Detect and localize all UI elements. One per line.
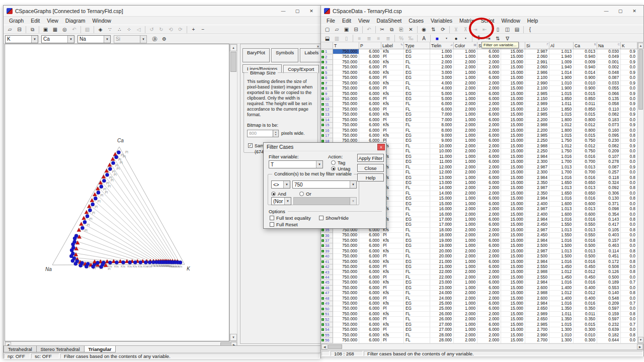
table-cell[interactable]: 2.984 bbox=[525, 280, 549, 285]
table-cell[interactable]: 11.000 bbox=[430, 159, 454, 164]
panel-close-icon[interactable]: ✕ bbox=[316, 45, 319, 49]
diagram-properties-icon[interactable]: ⚙ bbox=[160, 35, 169, 43]
menu-view[interactable]: View bbox=[43, 17, 62, 24]
row-header[interactable]: 9 bbox=[321, 92, 333, 97]
table-cell[interactable]: 2.000 bbox=[454, 296, 477, 301]
color-dropdown[interactable]: ■ bbox=[433, 34, 441, 42]
case-tag-icon[interactable] bbox=[321, 313, 324, 315]
table-cell[interactable]: 0.8 bbox=[621, 217, 637, 222]
filter-funnel-icon[interactable]: ∇ bbox=[503, 34, 512, 42]
table-cell[interactable]: 6.000 bbox=[477, 264, 501, 269]
table-cell[interactable]: FL bbox=[404, 170, 430, 175]
table-cell[interactable]: 2.988 bbox=[525, 291, 549, 296]
case-tag-icon[interactable] bbox=[321, 318, 324, 321]
table-cell[interactable]: 1.000 bbox=[454, 238, 477, 243]
table-cell[interactable]: 0.9 bbox=[621, 123, 637, 128]
row-header[interactable]: 41 bbox=[321, 259, 333, 264]
row-header[interactable]: 48 bbox=[321, 296, 333, 301]
table-cell[interactable]: 3.000 bbox=[430, 75, 454, 80]
table-cell[interactable]: 6.000 bbox=[477, 259, 501, 264]
table-cell[interactable]: EG bbox=[404, 327, 430, 332]
table-cell[interactable]: FL bbox=[404, 212, 430, 217]
table-cell[interactable]: 6.000 bbox=[477, 280, 501, 285]
table-cell[interactable]: 2.700 bbox=[525, 338, 549, 343]
table-cell[interactable]: 15.000 bbox=[501, 107, 525, 112]
table-cell[interactable]: 0.350 bbox=[574, 317, 597, 322]
table-cell[interactable]: 2.000 bbox=[477, 291, 501, 296]
table-cell[interactable]: Pl bbox=[381, 54, 404, 59]
table-cell[interactable]: 0.0 bbox=[621, 75, 637, 80]
diamond-axes-icon[interactable]: ◈ bbox=[96, 26, 105, 34]
table-cell[interactable]: 15.000 bbox=[501, 54, 525, 59]
table-cell[interactable]: 0.143 bbox=[597, 217, 621, 222]
minimize-button[interactable]: — bbox=[599, 7, 613, 16]
table-cell[interactable]: 2.984 bbox=[525, 217, 549, 222]
table-cell[interactable]: 22.000 bbox=[430, 275, 454, 280]
column-header-type[interactable]: Type bbox=[404, 42, 430, 49]
table-cell[interactable]: 6.000 bbox=[359, 327, 381, 332]
table-cell[interactable]: 2.450 bbox=[525, 233, 549, 238]
table-cell[interactable]: FL bbox=[404, 123, 430, 128]
table-cell[interactable]: 2.000 bbox=[477, 170, 501, 175]
table-cell[interactable]: EG bbox=[404, 54, 430, 59]
maximize-button[interactable]: ▢ bbox=[290, 7, 304, 16]
table-cell[interactable]: 0.400 bbox=[574, 296, 597, 301]
table-cell[interactable]: 2.000 bbox=[454, 275, 477, 280]
row-header[interactable]: 50 bbox=[321, 306, 333, 311]
table-cell[interactable]: 0.073 bbox=[597, 123, 621, 128]
table-cell[interactable]: 15.000 bbox=[501, 159, 525, 164]
row-header[interactable]: 7 bbox=[321, 81, 333, 86]
table-cell[interactable]: Kfs bbox=[381, 70, 404, 75]
table-cell[interactable]: 15.000 bbox=[501, 138, 525, 143]
table-cell[interactable]: EG bbox=[404, 243, 430, 248]
table-cell[interactable]: 2.300 bbox=[525, 159, 549, 164]
table-cell[interactable]: 750.000 bbox=[333, 333, 359, 338]
row-header[interactable]: 10 bbox=[321, 97, 333, 102]
menu-view[interactable]: View bbox=[355, 17, 373, 24]
symbol-dropdown[interactable]: ● bbox=[452, 34, 460, 42]
table-cell[interactable]: 750.000 bbox=[333, 291, 359, 296]
table-cell[interactable]: 1.000 bbox=[454, 112, 477, 117]
data-titlebar[interactable]: CSpaceData - TernaryFld.csp — ▢ ✕ bbox=[321, 6, 643, 17]
table-cell[interactable]: 2.000 bbox=[454, 317, 477, 322]
table-cell[interactable]: 0.014 bbox=[574, 70, 597, 75]
table-cell[interactable]: 15.000 bbox=[501, 133, 525, 138]
table-cell[interactable]: 11.000 bbox=[430, 154, 454, 159]
case-tag-icon[interactable] bbox=[321, 119, 324, 121]
table-cell[interactable]: 0.013 bbox=[574, 165, 597, 170]
row-header[interactable]: 12 bbox=[321, 107, 333, 112]
case-tag-icon[interactable] bbox=[321, 302, 324, 305]
bitmap-icon[interactable]: ▣ bbox=[41, 26, 50, 34]
table-cell[interactable]: EG bbox=[404, 75, 430, 80]
table-cell[interactable]: 15.000 bbox=[430, 202, 454, 207]
table-cell[interactable]: 6.000 bbox=[477, 138, 501, 143]
scroll-up-icon[interactable]: ▲ bbox=[638, 43, 643, 49]
table-cell[interactable]: 6.000 bbox=[359, 86, 381, 91]
table-cell[interactable]: 15.000 bbox=[501, 102, 525, 107]
table-cell[interactable]: 1.000 bbox=[454, 196, 477, 201]
or-radio[interactable]: Or bbox=[299, 191, 311, 197]
table-cell[interactable]: 15.000 bbox=[501, 128, 525, 133]
table-cell[interactable]: 0.009 bbox=[574, 60, 597, 65]
table-cell[interactable]: FL bbox=[404, 254, 430, 259]
table-cell[interactable]: 25.000 bbox=[430, 306, 454, 311]
table-cell[interactable]: 750.000 bbox=[333, 65, 359, 70]
table-cell[interactable]: 1.000 bbox=[454, 54, 477, 59]
table-cell[interactable]: 2.200 bbox=[525, 118, 549, 123]
table-hscrollbar[interactable]: ◀ ▶ bbox=[321, 343, 643, 350]
table-cell[interactable]: 24.000 bbox=[430, 291, 454, 296]
table-cell[interactable]: 6.000 bbox=[359, 128, 381, 133]
table-cell[interactable]: 0.0 bbox=[621, 254, 637, 259]
table-cell[interactable]: 0.135 bbox=[597, 97, 621, 102]
menu-window[interactable]: Window bbox=[498, 17, 523, 24]
table-cell[interactable]: 0.7 bbox=[621, 301, 637, 306]
form-view-icon[interactable]: ▯ bbox=[494, 26, 502, 34]
table-cell[interactable]: 1.000 bbox=[454, 264, 477, 269]
table-cell[interactable]: 2.000 bbox=[477, 81, 501, 86]
column-header-color[interactable]: Color▤ bbox=[454, 42, 477, 49]
zoom-icon[interactable]: ◎ bbox=[60, 26, 69, 34]
table-cell[interactable]: 6.000 bbox=[477, 306, 501, 311]
table-cell[interactable]: 2.650 bbox=[525, 317, 549, 322]
diagram-tab-stereo-tetrahedral[interactable]: Stereo Tetrahedral bbox=[36, 346, 85, 352]
table-cell[interactable]: 0.016 bbox=[574, 196, 597, 201]
